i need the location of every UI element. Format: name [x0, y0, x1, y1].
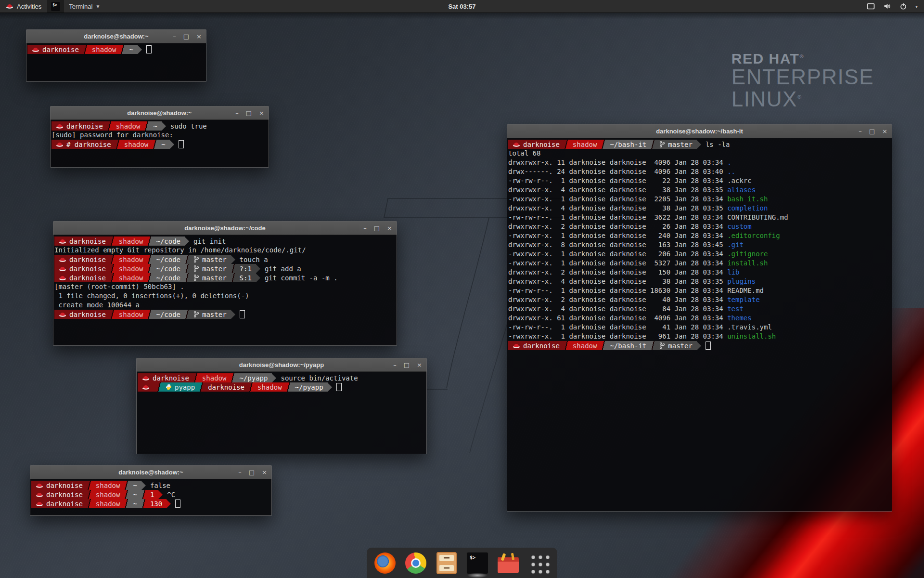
- toolbox-icon: [498, 557, 519, 573]
- volume-icon: [883, 2, 891, 10]
- dock-item-toolbox[interactable]: [497, 552, 519, 574]
- terminal-exit-codes-titlebar[interactable]: darknoise@shadow:~–□×: [30, 466, 271, 479]
- close-button[interactable]: ×: [259, 110, 264, 116]
- files-icon: [436, 552, 457, 574]
- terminal-bash-it-content[interactable]: darknoiseshadow~/bash-itmasterls -latota…: [507, 138, 892, 350]
- segment-separator: [601, 341, 605, 350]
- minimize-button[interactable]: –: [173, 33, 176, 39]
- app-menu-icon-wrap: $>: [47, 0, 64, 13]
- segment-separator: [141, 490, 146, 499]
- prompt-segment: # darknoise: [51, 140, 116, 149]
- file-list-row: drwxrwxr-x. 4 darknoise darknoise 38 Jan…: [508, 277, 891, 286]
- maximize-button[interactable]: □: [404, 362, 410, 368]
- segment-separator: [110, 255, 115, 264]
- clock[interactable]: Sat 03:57: [448, 3, 475, 10]
- minimize-button[interactable]: –: [235, 110, 239, 116]
- minimize-button[interactable]: –: [393, 362, 397, 368]
- segment-separator: [87, 499, 91, 508]
- minimize-button[interactable]: –: [363, 225, 367, 231]
- window-title: darknoise@shadow:~: [127, 109, 192, 117]
- segment-separator: [601, 140, 605, 149]
- dock-item-files[interactable]: [436, 552, 458, 574]
- terminal-home-mini-titlebar[interactable]: darknoise@shadow:~–□×: [26, 30, 206, 43]
- prompt-segment: ~/pyapp: [235, 373, 272, 382]
- git-branch-icon: [659, 342, 665, 349]
- close-button[interactable]: ×: [882, 128, 887, 134]
- close-button[interactable]: ×: [417, 362, 422, 368]
- close-button[interactable]: ×: [387, 225, 392, 231]
- redhat-icon: [56, 142, 64, 147]
- segment-separator: [116, 140, 120, 149]
- command-text: ^C: [167, 491, 175, 499]
- activities-button[interactable]: Activities: [0, 0, 47, 13]
- close-button[interactable]: ×: [196, 33, 202, 39]
- terminal-exit-codes-content[interactable]: darknoiseshadow~falsedarknoiseshadow~1^C…: [30, 479, 271, 508]
- prompt-arrow: [185, 237, 189, 246]
- terminal-bash-it-titlebar[interactable]: darknoise@shadow:~/bash-it–□×: [507, 125, 892, 138]
- dock-item-firefox[interactable]: [374, 552, 396, 574]
- redhat-logo-icon: [6, 3, 13, 9]
- terminal-sudo-titlebar[interactable]: darknoise@shadow:~–□×: [51, 106, 269, 120]
- gnome-top-bar: Activities $> Terminal ▼ Sat 03:57 ▾: [0, 0, 924, 13]
- terminal-bash-it: darknoise@shadow:~/bash-it–□×darknoisesh…: [507, 124, 892, 512]
- file-list-row: drwxrwxr-x. 4 darknoise darknoise 38 Jan…: [508, 204, 891, 213]
- window-controls: –□×: [238, 466, 267, 479]
- chevron-down-icon: ▼: [95, 4, 100, 9]
- git-branch-icon: [659, 141, 665, 148]
- prompt-segment: darknoise: [54, 264, 110, 273]
- git-branch-icon: [193, 311, 199, 318]
- command-text: false: [150, 482, 170, 489]
- segment-separator: [110, 273, 115, 282]
- minimize-button[interactable]: –: [859, 128, 862, 134]
- window-controls: –□×: [393, 358, 422, 371]
- terminal-code-titlebar[interactable]: darknoise@shadow:~/code–□×: [53, 222, 397, 235]
- segment-separator: [564, 341, 568, 350]
- dock-item-terminal[interactable]: [466, 552, 488, 574]
- maximize-button[interactable]: □: [869, 128, 875, 134]
- prompt-segment: darknoise: [27, 45, 83, 54]
- file-list-row: drwxrwxr-x. 2 darknoise darknoise 40 Jan…: [508, 295, 891, 304]
- prompt-line: darknoiseshadow~/codemasterS:1git commit…: [54, 273, 396, 282]
- minimize-button[interactable]: –: [238, 469, 242, 475]
- segment-separator: [231, 264, 235, 273]
- file-list-row: drwxrwxr-x. 61 darknoise darknoise 4096 …: [508, 314, 891, 323]
- terminal-code-content[interactable]: darknoiseshadow~/codegit initInitialized…: [53, 235, 397, 319]
- prompt-segment: shadow: [568, 341, 602, 350]
- close-button[interactable]: ×: [262, 469, 267, 475]
- file-list-row: -rwxrwxr-x. 1 darknoise darknoise 5327 J…: [508, 259, 891, 268]
- dock: [367, 548, 557, 578]
- file-list-row: -rwxrwxr-x. 1 darknoise darknoise 206 Ja…: [508, 250, 891, 259]
- terminal-sudo-content[interactable]: darknoiseshadow~sudo true[sudo] password…: [51, 120, 269, 149]
- command-text: ls -la: [706, 141, 730, 148]
- maximize-button[interactable]: □: [374, 225, 380, 231]
- file-name: lib: [727, 268, 739, 276]
- dock-item-app-grid[interactable]: [528, 552, 550, 574]
- terminal-pyapp-titlebar[interactable]: darknoise@shadow:~/pyapp–□×: [137, 358, 426, 372]
- app-menu-terminal[interactable]: Terminal ▼: [64, 0, 105, 13]
- prompt-segment: shadow: [198, 373, 231, 382]
- prompt-segment: ~/pyapp: [291, 382, 328, 392]
- terminal-pyapp-content[interactable]: darknoiseshadow~/pyappsource bin/activat…: [137, 372, 426, 392]
- terminal-sudo: darknoise@shadow:~–□×darknoiseshadow~sud…: [50, 106, 269, 168]
- prompt-segment: darknoise: [508, 140, 564, 149]
- prompt-line: darknoiseshadow~/codegit init: [54, 236, 396, 246]
- display-icon: [867, 3, 875, 10]
- redhat-icon: [59, 312, 66, 317]
- command-text: sudo true: [170, 122, 207, 130]
- prompt-segment: ~: [128, 499, 141, 508]
- maximize-button[interactable]: □: [183, 33, 189, 39]
- prompt-segment: master: [189, 264, 231, 273]
- prompt-segment: shadow: [91, 490, 125, 499]
- active-indicator: [467, 573, 488, 578]
- prompt-segment: darknoise: [54, 255, 110, 264]
- prompt-arrow: [231, 310, 235, 319]
- status-area[interactable]: ▾: [867, 0, 924, 13]
- maximize-button[interactable]: □: [246, 110, 252, 116]
- terminal-exit-codes: darknoise@shadow:~–□×darknoiseshadow~fal…: [30, 465, 272, 516]
- terminal-home-mini-content[interactable]: darknoiseshadow~: [26, 43, 206, 54]
- maximize-button[interactable]: □: [249, 469, 255, 475]
- redhat-icon: [32, 47, 39, 53]
- prompt-segment: darknoise: [508, 341, 564, 350]
- watermark-red-hat: RED HAT®: [732, 51, 874, 66]
- dock-item-chrome[interactable]: [405, 552, 427, 574]
